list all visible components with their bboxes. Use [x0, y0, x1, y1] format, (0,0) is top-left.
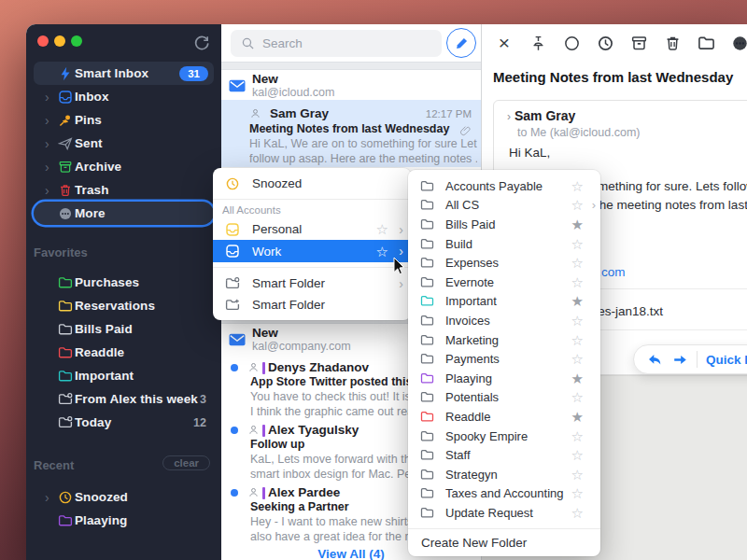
create-new-folder-button[interactable]: Create New Folder — [408, 529, 600, 556]
chevron-right-icon[interactable]: › — [45, 490, 49, 505]
sidebar-item[interactable]: › Archive — [34, 155, 214, 178]
chevron-right-icon[interactable]: › — [45, 183, 49, 198]
star-icon[interactable] — [571, 448, 584, 462]
mark-unread-button[interactable] — [555, 32, 588, 54]
folder-menu-item[interactable]: Readdle › — [408, 407, 600, 427]
search-icon — [241, 36, 255, 50]
folder-menu-item[interactable]: Spooky Empire › — [408, 427, 600, 446]
close-window-button[interactable] — [37, 35, 49, 47]
zoom-window-button[interactable] — [71, 35, 82, 47]
star-icon[interactable] — [571, 390, 584, 404]
sidebar-item[interactable]: › More — [34, 202, 214, 225]
move-to-folder-button[interactable] — [689, 32, 723, 54]
sidebar-item[interactable]: › Smart Inbox 31 — [34, 62, 214, 85]
quick-reply-button[interactable]: Quick Reply — [706, 353, 747, 367]
menu-item-smart-folder-2[interactable]: Smart Folder — [213, 294, 411, 315]
star-icon[interactable] — [571, 198, 584, 212]
unread-count-badge: 31 — [179, 66, 208, 81]
folder-menu-item[interactable]: Accounts Payable › — [408, 176, 600, 196]
sidebar-item[interactable]: › Inbox — [34, 85, 214, 108]
folder-menu-item[interactable]: Taxes and Accounting › — [408, 484, 600, 504]
refresh-icon[interactable] — [192, 33, 211, 51]
star-icon[interactable] — [571, 468, 584, 482]
star-icon[interactable] — [571, 314, 584, 328]
star-icon[interactable] — [376, 245, 388, 259]
sidebar-favorite-item[interactable]: › Reservations — [34, 294, 214, 317]
menu-item-personal[interactable]: Personal › — [213, 218, 411, 240]
sidebar-item[interactable]: › Trash — [34, 178, 214, 202]
star-icon[interactable] — [571, 371, 584, 385]
archive-button[interactable] — [622, 32, 655, 54]
menu-item-work-highlighted[interactable]: Work › — [213, 240, 411, 262]
folder-menu-item[interactable]: Build › — [408, 234, 600, 254]
folder-menu-item[interactable]: Plaaying › — [408, 369, 600, 388]
star-icon[interactable] — [571, 333, 584, 347]
star-icon[interactable] — [571, 179, 584, 193]
folder-menu-item[interactable]: Expenses › — [408, 253, 600, 273]
star-icon[interactable] — [376, 222, 388, 236]
star-icon[interactable] — [571, 429, 584, 443]
star-icon[interactable] — [571, 237, 584, 251]
close-email-button[interactable]: × — [487, 32, 521, 54]
snooze-button[interactable] — [588, 32, 622, 54]
star-icon[interactable] — [571, 410, 584, 424]
menu-item-snoozed[interactable]: Snoozed — [213, 173, 411, 194]
folder-icon — [58, 345, 73, 360]
sidebar-item[interactable]: › Sent — [34, 132, 214, 155]
chevron-right-icon[interactable]: › — [45, 90, 49, 105]
folder-menu-item[interactable]: Important › — [408, 292, 600, 312]
star-icon[interactable] — [571, 506, 584, 520]
sidebar-item-label: Pins — [75, 113, 102, 127]
star-icon[interactable] — [571, 217, 584, 231]
star-icon[interactable] — [571, 352, 584, 366]
folder-menu-item[interactable]: Strategyn › — [408, 465, 600, 484]
email-sender-row[interactable]: ›Sam Gray — [507, 108, 575, 123]
folder-menu-item[interactable]: Bills Paid › — [408, 215, 600, 234]
folder-menu-item[interactable]: Update Request › — [408, 503, 600, 523]
sidebar-favorite-item[interactable]: › Bills Paid — [34, 317, 214, 341]
sidebar-favorite-item[interactable]: › Important — [34, 364, 214, 387]
forward-icon[interactable] — [672, 352, 688, 368]
sidebar-item-label: Important — [75, 369, 134, 383]
menu-item-smart-folder-1[interactable]: Smart Folder › — [213, 273, 411, 294]
recent-section-label: Recent clear — [34, 458, 214, 472]
delete-button[interactable] — [655, 32, 689, 54]
search-input[interactable]: Search — [231, 30, 442, 57]
chevron-right-icon[interactable]: › — [45, 113, 49, 128]
folder-menu-item[interactable]: Potentials › — [408, 388, 600, 408]
sidebar-favorite-item[interactable]: › Purchases — [34, 271, 214, 294]
sidebar-favorites-list: › Purchases › Reservations › — [26, 271, 221, 434]
sidebar-recent-item[interactable]: › Snoozed — [34, 485, 214, 509]
folder-menu-item[interactable]: Invoices › — [408, 311, 600, 330]
pin-email-button[interactable] — [521, 32, 555, 54]
folder-menu-item[interactable]: All CS › — [408, 196, 600, 216]
folder-menu-item[interactable]: Evernote › — [408, 273, 600, 292]
minimize-window-button[interactable] — [54, 35, 65, 47]
more-actions-button[interactable] — [723, 32, 747, 54]
star-icon[interactable] — [571, 294, 584, 308]
folder-name: Plaaying — [445, 371, 492, 385]
email-list-item-selected[interactable]: Sam Gray 12:17 PM Meeting Notes from las… — [221, 100, 481, 167]
star-icon[interactable] — [571, 256, 584, 270]
chevron-right-icon[interactable]: › — [45, 160, 49, 175]
folder-menu-item[interactable]: Staff › — [408, 445, 600, 465]
chevron-right-icon: › — [399, 222, 403, 237]
star-icon[interactable] — [571, 275, 584, 289]
quick-reply-bar: Quick Reply — [633, 344, 747, 374]
folder-name: Marketing — [445, 333, 499, 347]
sidebar-favorite-item[interactable]: › Readdle — [34, 341, 214, 364]
clear-recent-button[interactable]: clear — [162, 455, 210, 470]
star-icon[interactable] — [571, 486, 584, 500]
sidebar-favorite-item[interactable]: › From Alex this week 3 — [34, 387, 214, 411]
folder-menu-item[interactable]: Payments › — [408, 349, 600, 369]
compose-button[interactable] — [446, 28, 476, 58]
sidebar-favorite-item[interactable]: › Today 12 — [34, 411, 214, 434]
folder-icon — [420, 506, 434, 520]
folder-name: Payments — [445, 352, 500, 366]
chevron-right-icon[interactable]: › — [45, 136, 49, 151]
reply-icon[interactable] — [647, 352, 663, 368]
folder-menu-item[interactable]: Marketing › — [408, 330, 600, 350]
email-sender: Denys Zhadanov — [268, 360, 369, 374]
sidebar-item[interactable]: › Pins — [34, 108, 214, 132]
sidebar-recent-item[interactable]: › Plaaying — [34, 509, 214, 532]
